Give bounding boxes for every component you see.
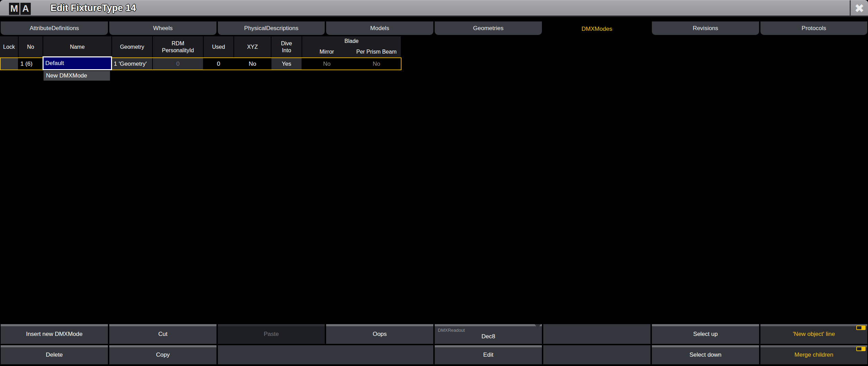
close-button[interactable]: ✖ (851, 0, 868, 16)
button-label: 'New object' line (793, 331, 835, 338)
new-object-line-toggle[interactable]: 'New object' line (760, 324, 867, 344)
dropdown-arrow-icon (535, 324, 541, 328)
button-label: Copy (156, 351, 170, 358)
toolbar-spacer (543, 345, 650, 364)
header-blade-per-prism-beam: Per Prism Beam (352, 49, 401, 55)
button-label: Select up (693, 331, 718, 338)
button-top-strip (1, 345, 108, 347)
delete-button[interactable]: Delete (1, 345, 108, 364)
row-cell-lock[interactable] (0, 58, 18, 70)
tab-protocols[interactable]: Protocols (760, 21, 867, 35)
button-label: Cut (158, 331, 167, 338)
tab-attributedefinitions[interactable]: AttributeDefinitions (1, 21, 108, 35)
header-no: No (19, 36, 43, 57)
header-used: Used (204, 36, 233, 57)
toggle-on-icon (856, 347, 866, 351)
row-cell-dive-into[interactable]: Yes (271, 58, 302, 70)
dmxreadout-dropdown[interactable]: DMXReadout Dec8 (435, 324, 542, 344)
row-cell-geometry[interactable]: 1 'Geometry' (112, 58, 152, 70)
button-top-strip (218, 324, 325, 326)
tab-geometries[interactable]: Geometries (435, 21, 542, 35)
button-label: Select down (690, 351, 722, 358)
tab-wheels[interactable]: Wheels (109, 21, 216, 35)
select-up-button[interactable]: Select up (652, 324, 759, 344)
name-edit-cell[interactable] (43, 56, 112, 70)
button-label: Oops (373, 331, 387, 338)
row-cell-xyz[interactable]: No (234, 58, 271, 70)
toolbar-spacer (218, 345, 433, 364)
row-cell-rdm-personalityid[interactable]: 0 (153, 58, 203, 70)
ma-logo-letter-m: M (9, 3, 19, 15)
row-cell-no[interactable]: 1 (6) (19, 58, 43, 70)
dmxreadout-label: DMXReadout (438, 328, 465, 333)
button-top-strip (760, 324, 867, 326)
button-top-strip (109, 324, 216, 326)
button-label: Delete (46, 351, 63, 358)
window-title: Edit FixtureType 14 (50, 0, 136, 16)
button-label: Paste (264, 331, 279, 338)
header-xyz: XYZ (234, 36, 271, 57)
header-dive-into: Dive Into (271, 36, 302, 57)
edit-button[interactable]: Edit (435, 345, 542, 364)
row-cell-per-prism-beam[interactable]: No (352, 58, 401, 70)
select-down-button[interactable]: Select down (652, 345, 759, 364)
dropdown-option-new-dmxmode[interactable]: New DMXMode (44, 71, 110, 81)
window-titlebar[interactable]: M A Edit FixtureType 14 ✖ (0, 0, 868, 17)
header-geometry: Geometry (112, 36, 152, 57)
header-name: Name (43, 36, 111, 57)
toolbar-spacer (543, 324, 650, 344)
header-blade: Blade (302, 38, 401, 44)
button-label: Insert new DMXMode (26, 331, 82, 338)
button-top-strip (1, 324, 108, 326)
button-top-strip (760, 345, 867, 347)
tab-models[interactable]: Models (326, 21, 433, 35)
merge-children-toggle[interactable]: Merge children (760, 345, 867, 364)
dmxreadout-value: Dec8 (481, 328, 495, 340)
row-cell-mirror[interactable]: No (302, 58, 351, 70)
tab-revisions[interactable]: Revisions (652, 21, 759, 35)
oops-button[interactable]: Oops (326, 324, 433, 344)
tab-physicaldescriptions[interactable]: PhysicalDescriptions (218, 21, 325, 35)
edit-fixturetype-dialog: M A Edit FixtureType 14 ✖ AttributeDefin… (0, 0, 868, 366)
button-top-strip (652, 324, 759, 326)
button-top-strip (652, 345, 759, 347)
name-edit-input[interactable] (44, 60, 111, 67)
header-rdm-personalityid: RDM PersonalityId (153, 36, 203, 57)
button-top-strip (435, 324, 542, 326)
toggle-on-icon (856, 326, 866, 330)
button-top-strip (326, 324, 433, 326)
row-cell-used[interactable]: 0 (204, 58, 233, 70)
header-blade-mirror: Mirror (302, 49, 351, 55)
paste-button[interactable]: Paste (218, 324, 325, 344)
header-blade-group: Blade Mirror Per Prism Beam (302, 36, 401, 57)
close-icon: ✖ (855, 1, 865, 15)
button-label: Edit (483, 351, 493, 358)
insert-new-dmxmode-button[interactable]: Insert new DMXMode (1, 324, 108, 344)
button-top-strip (435, 345, 542, 347)
button-top-strip (109, 345, 216, 347)
tab-dmxmodes[interactable]: DMXModes (543, 21, 650, 36)
header-lock: Lock (0, 36, 18, 57)
copy-button[interactable]: Copy (109, 345, 216, 364)
ma-logo-letter-a: A (20, 3, 31, 15)
cut-button[interactable]: Cut (109, 324, 216, 344)
button-label: Merge children (794, 351, 833, 358)
ma-logo: M A (9, 3, 31, 15)
